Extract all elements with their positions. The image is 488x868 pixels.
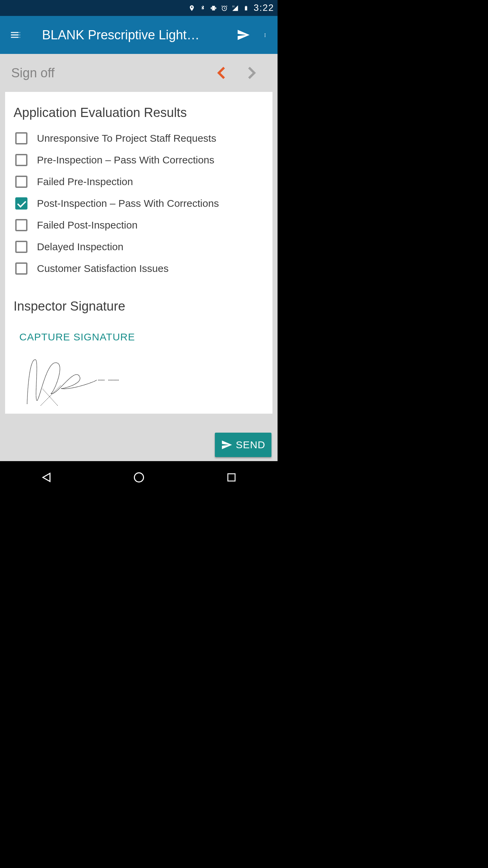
navigation-bar [0,461,278,494]
checkbox-row-pre-inspection-pass[interactable]: Pre-Inspection – Pass With Corrections [12,149,266,171]
checkbox-label: Pre-Inspection – Pass With Corrections [37,154,215,166]
battery-icon [243,5,249,12]
app-bar: BLANK Prescriptive Light… [0,16,278,54]
checkbox-label: Delayed Inspection [37,241,123,253]
svg-point-5 [134,473,143,482]
prev-button[interactable] [214,65,229,80]
evaluation-card: Application Evaluation Results Unrespons… [5,92,272,414]
send-button[interactable]: SEND [215,433,271,457]
content-area: Sign off Application Evaluation Results … [0,54,278,461]
signal-icon: H [232,5,239,12]
svg-point-4 [265,36,266,37]
clock-text: 3:22 [253,3,274,13]
checkbox-row-failed-post-inspection[interactable]: Failed Post-Inspection [12,214,266,236]
menu-icon[interactable] [8,28,22,42]
checkbox-row-unresponsive[interactable]: Unresponsive To Project Staff Requests [12,127,266,149]
alarm-icon [221,5,228,12]
send-button-label: SEND [236,439,265,451]
checkbox-icon [15,241,27,253]
checkbox-icon [15,154,27,166]
back-button[interactable] [38,469,55,486]
section-header: Sign off [5,54,272,92]
vibrate-icon [210,5,217,12]
more-icon[interactable] [264,28,268,42]
checkbox-row-failed-pre-inspection[interactable]: Failed Pre-Inspection [12,171,266,193]
checkbox-icon [15,197,27,210]
checkbox-icon [15,219,27,231]
card-heading: Application Evaluation Results [12,98,266,127]
svg-rect-6 [228,474,235,481]
next-button[interactable] [244,65,259,80]
location-icon [188,5,195,12]
recent-button[interactable] [223,469,240,486]
svg-point-2 [265,33,266,34]
signature-heading: Inspector Signature [12,279,266,323]
checkbox-icon [15,176,27,188]
bluetooth-icon [199,5,206,12]
checkbox-row-post-inspection-pass[interactable]: Post-Inspection – Pass With Corrections [12,193,266,214]
send-icon[interactable] [236,28,250,42]
app-title: BLANK Prescriptive Light… [42,28,236,42]
signature-image[interactable] [20,348,132,407]
checkbox-icon [15,132,27,144]
checkbox-label: Post-Inspection – Pass With Corrections [37,198,219,209]
svg-point-3 [265,35,266,36]
checkbox-icon [15,262,27,275]
status-bar: H 3:22 [0,0,278,16]
capture-signature-button[interactable]: CAPTURE SIGNATURE [12,323,266,346]
checkbox-row-customer-satisfaction[interactable]: Customer Satisfaction Issues [12,258,266,279]
checkbox-row-delayed-inspection[interactable]: Delayed Inspection [12,236,266,258]
svg-text:H: H [232,5,235,8]
section-title: Sign off [11,66,207,80]
checkbox-label: Unresponsive To Project Staff Requests [37,133,216,144]
checkbox-label: Failed Post-Inspection [37,219,138,231]
checkbox-label: Customer Satisfaction Issues [37,263,169,274]
checkbox-label: Failed Pre-Inspection [37,176,133,188]
home-button[interactable] [130,469,147,486]
